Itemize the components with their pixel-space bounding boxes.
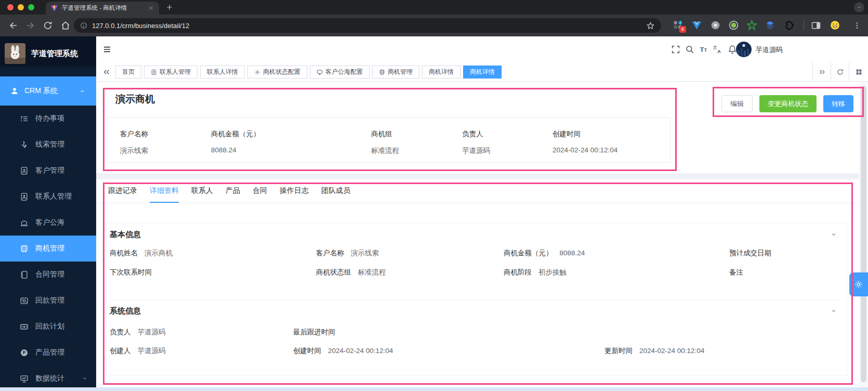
transfer-button[interactable]: 转移 (823, 95, 853, 112)
info-field: 预计成交日期 (729, 248, 838, 258)
vite-icon (50, 4, 58, 12)
detail-tab[interactable]: 联系人 (191, 179, 213, 203)
sidebar-item[interactable]: 商机管理 (0, 236, 96, 262)
tab-search-icon[interactable] (854, 2, 864, 12)
scrollbar[interactable] (859, 82, 868, 387)
detail-tab[interactable]: 详细资料 (150, 179, 179, 203)
reload-icon[interactable] (43, 20, 53, 31)
info-field: 最后跟进时间 (293, 327, 604, 337)
collapse-system-icon[interactable] (830, 307, 837, 315)
change-status-button[interactable]: 变更商机状态 (759, 95, 817, 112)
page-tab[interactable]: 联系人管理 (144, 66, 198, 79)
page-tab[interactable]: 商机详情 (463, 66, 502, 79)
sidebar-item[interactable]: 待办事项 (0, 106, 96, 132)
fullscreen-icon[interactable] (671, 45, 680, 54)
browser-tab[interactable]: 芋道管理系统 - 商机详情 (46, 2, 159, 15)
svg-text:T: T (700, 46, 704, 53)
window-minimize-button[interactable] (18, 4, 24, 10)
svg-text:T: T (704, 48, 707, 53)
info-field: 负责人 芋道源码 (110, 327, 293, 337)
tabs-scroll-left-icon[interactable] (102, 68, 111, 76)
home-icon[interactable] (60, 20, 71, 31)
sidebar-item[interactable]: 客户公海 (0, 210, 96, 236)
app-logo-row[interactable]: 芋道管理系统 (0, 36, 96, 67)
refresh-icon (836, 68, 844, 76)
bus-icon (379, 69, 385, 75)
detail-tab[interactable]: 产品 (226, 179, 240, 203)
detail-tab[interactable]: 操作日志 (280, 179, 309, 203)
detail-tab[interactable]: 跟进记录 (108, 179, 137, 203)
info-field: 更新时间 2024-02-24 00:12:04 (604, 346, 838, 356)
page-tab[interactable]: 客户公海配置 (310, 66, 370, 79)
info-field: 备注 (729, 267, 838, 277)
sidebar-item[interactable]: 客户管理 (0, 158, 96, 184)
collapse-basic-icon[interactable] (830, 231, 837, 238)
gray-extension-icon[interactable] (710, 20, 721, 31)
section-divider (110, 300, 840, 301)
summary-field: 客户名称 演示线索 (120, 118, 148, 155)
sidebar-item[interactable]: 回款计划 (0, 314, 96, 340)
chevrons-right-icon (818, 68, 826, 76)
edit-button[interactable]: 编辑 (721, 95, 753, 112)
sidebar-item[interactable]: P 产品管理 (0, 340, 96, 366)
app-header: TT 文A 芋道源码 (96, 36, 868, 62)
detail-tab[interactable]: 合同 (253, 179, 267, 203)
page-tab[interactable]: 首页 (115, 66, 141, 79)
page-tab[interactable]: 商机详情 (422, 66, 461, 79)
summary-field: 商机组 标准流程 (371, 118, 399, 155)
tabs-scroll-right[interactable] (812, 62, 831, 81)
green-star-extension-icon[interactable] (746, 20, 757, 31)
detail-card: 跟进记录 详细资料 联系人 产品 合同 (96, 179, 868, 391)
new-tab-button[interactable] (166, 4, 173, 11)
browser-tab-strip: 芋道管理系统 - 商机详情 (0, 0, 868, 15)
layers-extension-icon[interactable] (765, 20, 775, 31)
page-tab[interactable]: 联系人详情 (200, 66, 245, 79)
page-tab[interactable]: 商机状态配置 (247, 66, 307, 79)
sidebar-item[interactable]: 回款管理 (0, 288, 96, 314)
sidebar-group-crm[interactable]: CRM 系统 (0, 76, 96, 106)
menu-collapse-icon[interactable] (102, 45, 112, 54)
sea-icon (20, 218, 29, 227)
window-zoom-button[interactable] (28, 4, 34, 10)
user-avatar[interactable] (736, 42, 752, 57)
site-info-icon[interactable] (80, 22, 87, 29)
product-icon: P (20, 348, 29, 357)
page-title: 演示商机 (115, 93, 155, 106)
grid-icon (855, 68, 863, 76)
browser-profile-avatar[interactable] (830, 20, 840, 31)
sidebar-item[interactable]: 线索管理 (0, 132, 96, 158)
browser-menu-icon[interactable] (853, 20, 861, 31)
sidebar-item[interactable]: 合同管理 (0, 262, 96, 288)
address-bar[interactable]: 127.0.0.1/crm/business/detail/12 (74, 18, 661, 33)
sidebar-item[interactable]: 联系人管理 (0, 184, 96, 210)
vue-devtools-icon[interactable] (691, 20, 702, 31)
username[interactable]: 芋道源码 (756, 45, 783, 55)
window-controls (7, 4, 34, 10)
font-size-icon[interactable]: TT (699, 45, 708, 54)
detail-tab[interactable]: 团队成员 (321, 179, 350, 203)
browser-tab-title: 芋道管理系统 - 商机详情 (62, 4, 144, 12)
tab-refresh[interactable] (831, 62, 849, 81)
scrollbar-thumb[interactable] (861, 86, 866, 382)
window-close-button[interactable] (7, 4, 14, 10)
search-icon[interactable] (685, 45, 694, 54)
bookmark-star-icon[interactable] (646, 21, 655, 30)
theme-settings-button[interactable] (849, 272, 868, 296)
extensions-puzzle-icon[interactable] (784, 20, 795, 31)
bus-icon (20, 244, 29, 253)
side-panel-icon[interactable] (811, 20, 821, 31)
page-tab-bar: 首页 联系人管理 联系人详情 商机状态配置 (96, 62, 868, 82)
page-tab[interactable]: 商机管理 (372, 66, 419, 79)
tab-layout[interactable] (849, 62, 868, 81)
extension-grid-icon[interactable]: 6 (673, 20, 683, 31)
tab-close-icon[interactable] (148, 5, 154, 11)
language-icon[interactable]: 文A (713, 45, 722, 54)
plan-icon (20, 322, 29, 331)
green-dot-extension-icon[interactable] (728, 20, 739, 31)
back-icon[interactable] (8, 20, 19, 31)
summary-field: 商机金额（元） 8088.24 (211, 118, 260, 154)
forward-icon[interactable] (25, 20, 35, 31)
customer-icon (20, 166, 29, 175)
screen: 芋道管理系统 - 商机详情 127.0.0.1/crm/business/det… (0, 0, 868, 391)
svg-text:P: P (23, 350, 26, 355)
